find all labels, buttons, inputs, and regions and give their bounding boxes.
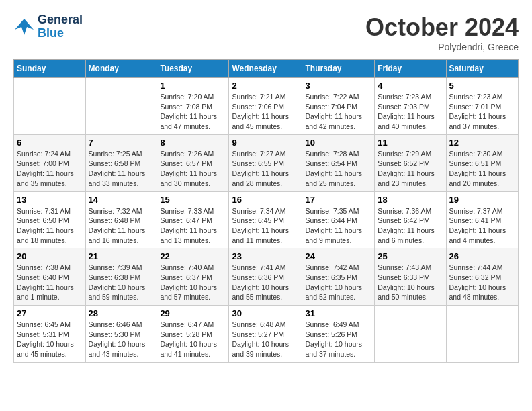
day-info: Sunrise: 7:42 AM Sunset: 6:35 PM Dayligh… — [305, 263, 371, 302]
day-number: 24 — [305, 251, 371, 261]
day-number: 14 — [89, 195, 154, 205]
calendar-cell: 21Sunrise: 7:39 AM Sunset: 6:38 PM Dayli… — [85, 248, 157, 306]
calendar-cell: 14Sunrise: 7:32 AM Sunset: 6:48 PM Dayli… — [85, 191, 157, 248]
svg-marker-0 — [15, 19, 34, 35]
day-number: 22 — [160, 251, 226, 261]
day-number: 13 — [17, 195, 83, 205]
calendar-week-row: 27Sunrise: 6:45 AM Sunset: 5:31 PM Dayli… — [14, 306, 519, 363]
day-info: Sunrise: 7:43 AM Sunset: 6:33 PM Dayligh… — [378, 263, 443, 302]
day-info: Sunrise: 7:30 AM Sunset: 6:51 PM Dayligh… — [449, 149, 515, 189]
title-block: October 2024 Polydendri, Greece — [365, 13, 519, 52]
page-header: General Blue October 2024 Polydendri, Gr… — [13, 13, 519, 52]
day-info: Sunrise: 7:24 AM Sunset: 7:00 PM Dayligh… — [17, 149, 83, 189]
day-number: 5 — [449, 81, 515, 91]
logo: General Blue — [13, 13, 83, 40]
weekday-header: Wednesday — [229, 60, 302, 78]
calendar-cell — [375, 306, 446, 363]
day-info: Sunrise: 7:40 AM Sunset: 6:37 PM Dayligh… — [160, 263, 226, 302]
day-number: 26 — [449, 251, 515, 261]
day-number: 28 — [89, 308, 154, 318]
day-number: 15 — [160, 195, 226, 205]
day-info: Sunrise: 7:33 AM Sunset: 6:47 PM Dayligh… — [160, 206, 226, 246]
calendar-week-row: 1Sunrise: 7:20 AM Sunset: 7:08 PM Daylig… — [14, 78, 519, 135]
calendar-cell: 8Sunrise: 7:26 AM Sunset: 6:57 PM Daylig… — [157, 134, 229, 191]
day-info: Sunrise: 6:45 AM Sunset: 5:31 PM Dayligh… — [17, 320, 83, 359]
calendar-cell: 17Sunrise: 7:35 AM Sunset: 6:44 PM Dayli… — [302, 191, 375, 248]
calendar-cell: 6Sunrise: 7:24 AM Sunset: 7:00 PM Daylig… — [14, 134, 86, 191]
calendar-cell: 24Sunrise: 7:42 AM Sunset: 6:35 PM Dayli… — [302, 248, 375, 306]
day-info: Sunrise: 6:48 AM Sunset: 5:27 PM Dayligh… — [232, 320, 299, 359]
day-info: Sunrise: 7:41 AM Sunset: 6:36 PM Dayligh… — [232, 263, 299, 302]
day-number: 20 — [17, 251, 83, 261]
day-info: Sunrise: 7:36 AM Sunset: 6:42 PM Dayligh… — [378, 206, 443, 246]
weekday-header: Saturday — [446, 60, 518, 78]
day-info: Sunrise: 7:37 AM Sunset: 6:41 PM Dayligh… — [449, 206, 515, 246]
day-info: Sunrise: 7:21 AM Sunset: 7:06 PM Dayligh… — [232, 92, 299, 132]
day-number: 31 — [305, 308, 371, 318]
day-number: 19 — [449, 195, 515, 205]
day-info: Sunrise: 7:22 AM Sunset: 7:04 PM Dayligh… — [305, 92, 371, 132]
weekday-header: Sunday — [14, 60, 86, 78]
day-info: Sunrise: 6:49 AM Sunset: 5:26 PM Dayligh… — [305, 320, 371, 359]
day-number: 4 — [378, 81, 443, 91]
calendar-cell: 31Sunrise: 6:49 AM Sunset: 5:26 PM Dayli… — [302, 306, 375, 363]
calendar-week-row: 20Sunrise: 7:38 AM Sunset: 6:40 PM Dayli… — [14, 248, 519, 306]
calendar-week-row: 13Sunrise: 7:31 AM Sunset: 6:50 PM Dayli… — [14, 191, 519, 248]
weekday-header: Tuesday — [157, 60, 229, 78]
calendar-cell: 3Sunrise: 7:22 AM Sunset: 7:04 PM Daylig… — [302, 78, 375, 135]
day-number: 29 — [160, 308, 226, 318]
day-info: Sunrise: 7:25 AM Sunset: 6:58 PM Dayligh… — [89, 149, 154, 189]
day-info: Sunrise: 7:23 AM Sunset: 7:03 PM Dayligh… — [378, 92, 443, 132]
calendar-cell: 9Sunrise: 7:27 AM Sunset: 6:55 PM Daylig… — [229, 134, 302, 191]
logo-line1: General — [38, 13, 83, 26]
day-number: 25 — [378, 251, 443, 261]
day-info: Sunrise: 7:34 AM Sunset: 6:45 PM Dayligh… — [232, 206, 299, 246]
logo-text: General Blue — [38, 13, 83, 40]
day-info: Sunrise: 7:31 AM Sunset: 6:50 PM Dayligh… — [17, 206, 83, 246]
calendar-cell — [14, 78, 86, 135]
day-info: Sunrise: 6:47 AM Sunset: 5:28 PM Dayligh… — [160, 320, 226, 359]
calendar-cell: 25Sunrise: 7:43 AM Sunset: 6:33 PM Dayli… — [375, 248, 446, 306]
calendar-cell: 5Sunrise: 7:23 AM Sunset: 7:01 PM Daylig… — [446, 78, 518, 135]
calendar-cell: 22Sunrise: 7:40 AM Sunset: 6:37 PM Dayli… — [157, 248, 229, 306]
day-info: Sunrise: 7:27 AM Sunset: 6:55 PM Dayligh… — [232, 149, 299, 189]
calendar-cell: 27Sunrise: 6:45 AM Sunset: 5:31 PM Dayli… — [14, 306, 86, 363]
calendar-cell: 11Sunrise: 7:29 AM Sunset: 6:52 PM Dayli… — [375, 134, 446, 191]
calendar-table: SundayMondayTuesdayWednesdayThursdayFrid… — [13, 59, 519, 363]
location-subtitle: Polydendri, Greece — [365, 42, 519, 52]
calendar-cell — [85, 78, 157, 135]
day-number: 9 — [232, 138, 299, 148]
day-number: 6 — [17, 138, 83, 148]
calendar-cell: 12Sunrise: 7:30 AM Sunset: 6:51 PM Dayli… — [446, 134, 518, 191]
day-number: 17 — [305, 195, 371, 205]
calendar-cell: 30Sunrise: 6:48 AM Sunset: 5:27 PM Dayli… — [229, 306, 302, 363]
weekday-header: Monday — [85, 60, 157, 78]
day-info: Sunrise: 6:46 AM Sunset: 5:30 PM Dayligh… — [89, 320, 154, 359]
weekday-header-row: SundayMondayTuesdayWednesdayThursdayFrid… — [14, 60, 519, 78]
day-number: 3 — [305, 81, 371, 91]
day-number: 10 — [305, 138, 371, 148]
day-number: 12 — [449, 138, 515, 148]
day-info: Sunrise: 7:44 AM Sunset: 6:32 PM Dayligh… — [449, 263, 515, 302]
day-info: Sunrise: 7:26 AM Sunset: 6:57 PM Dayligh… — [160, 149, 226, 189]
day-number: 7 — [89, 138, 154, 148]
calendar-cell: 2Sunrise: 7:21 AM Sunset: 7:06 PM Daylig… — [229, 78, 302, 135]
weekday-header: Friday — [375, 60, 446, 78]
calendar-cell: 15Sunrise: 7:33 AM Sunset: 6:47 PM Dayli… — [157, 191, 229, 248]
day-number: 18 — [378, 195, 443, 205]
day-number: 30 — [232, 308, 299, 318]
calendar-cell: 4Sunrise: 7:23 AM Sunset: 7:03 PM Daylig… — [375, 78, 446, 135]
calendar-cell: 23Sunrise: 7:41 AM Sunset: 6:36 PM Dayli… — [229, 248, 302, 306]
calendar-week-row: 6Sunrise: 7:24 AM Sunset: 7:00 PM Daylig… — [14, 134, 519, 191]
day-number: 8 — [160, 138, 226, 148]
weekday-header: Thursday — [302, 60, 375, 78]
day-number: 16 — [232, 195, 299, 205]
calendar-cell: 29Sunrise: 6:47 AM Sunset: 5:28 PM Dayli… — [157, 306, 229, 363]
calendar-cell: 20Sunrise: 7:38 AM Sunset: 6:40 PM Dayli… — [14, 248, 86, 306]
day-number: 23 — [232, 251, 299, 261]
day-number: 2 — [232, 81, 299, 91]
calendar-cell: 1Sunrise: 7:20 AM Sunset: 7:08 PM Daylig… — [157, 78, 229, 135]
day-number: 21 — [89, 251, 154, 261]
month-title: October 2024 — [365, 13, 519, 42]
calendar-cell: 13Sunrise: 7:31 AM Sunset: 6:50 PM Dayli… — [14, 191, 86, 248]
